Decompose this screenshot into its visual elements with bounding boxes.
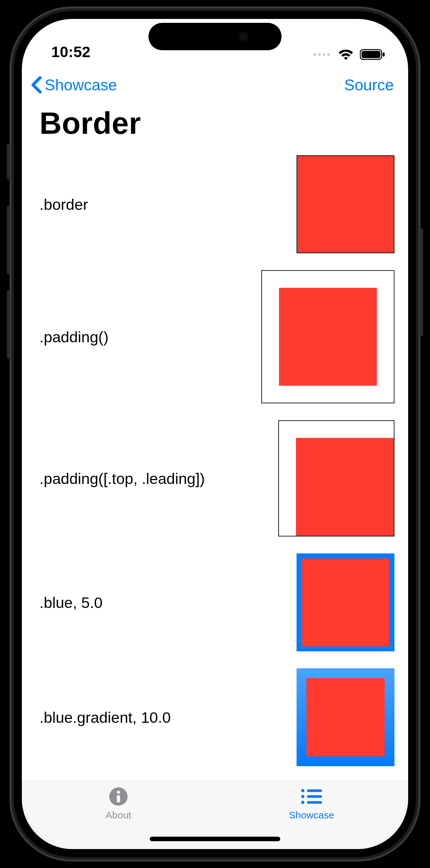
back-label: Showcase (45, 76, 117, 94)
example-preview-gradient-border (297, 668, 394, 766)
list-item: .border (36, 155, 394, 253)
source-button[interactable]: Source (344, 76, 394, 94)
side-button-silence (7, 144, 10, 180)
navigation-bar: Showcase Source (22, 65, 408, 97)
back-button[interactable]: Showcase (30, 76, 117, 94)
svg-rect-1 (362, 51, 380, 58)
device-bezel: 10:52 (16, 13, 414, 855)
example-preview-blue-border (297, 553, 394, 651)
home-indicator[interactable] (150, 837, 280, 841)
list-item: .padding([.top, .leading]) (36, 420, 394, 536)
svg-point-8 (301, 801, 304, 804)
source-label: Source (344, 76, 394, 94)
example-preview-padding (261, 270, 394, 403)
svg-rect-10 (307, 795, 322, 798)
inner-square (306, 678, 385, 756)
svg-point-4 (117, 790, 120, 794)
list-item: .padding() (36, 270, 394, 403)
list-item: .blue.gradient, 10.0 (36, 668, 394, 766)
status-right (313, 48, 385, 61)
device-frame: 10:52 (9, 6, 421, 862)
example-label: .border (36, 195, 88, 213)
example-preview-padding-edges (278, 420, 394, 536)
example-label: .padding() (36, 328, 109, 346)
example-label: .blue.gradient, 10.0 (36, 708, 171, 726)
screen: 10:52 (22, 19, 408, 849)
side-button-power (420, 228, 423, 336)
example-label: .padding([.top, .leading]) (36, 470, 205, 488)
list-bullet-icon (300, 787, 323, 806)
cellular-dots-icon (313, 53, 330, 56)
svg-point-6 (301, 789, 304, 792)
svg-rect-11 (307, 801, 322, 804)
example-list[interactable]: .border .padding() .padding([.top, .lead… (22, 155, 408, 780)
side-button-vol-up (7, 206, 10, 274)
side-button-vol-down (7, 290, 10, 359)
front-camera (238, 31, 249, 42)
svg-point-7 (301, 795, 304, 798)
battery-icon (360, 48, 385, 61)
info-circle-icon (107, 787, 130, 806)
svg-rect-2 (383, 53, 385, 57)
tab-label: About (106, 810, 131, 821)
wifi-icon (338, 48, 354, 61)
inner-square (302, 558, 390, 646)
status-time: 10:52 (51, 43, 90, 61)
dynamic-island (149, 23, 281, 50)
tab-label: Showcase (289, 810, 334, 821)
chevron-left-icon (30, 76, 44, 94)
list-item: .blue, 5.0 (36, 553, 394, 651)
svg-rect-9 (307, 789, 322, 792)
page-title: Border (22, 97, 408, 155)
svg-rect-5 (117, 795, 120, 802)
inner-square (296, 438, 394, 536)
example-preview-border (297, 155, 394, 253)
example-label: .blue, 5.0 (36, 594, 102, 612)
inner-square (279, 288, 377, 386)
